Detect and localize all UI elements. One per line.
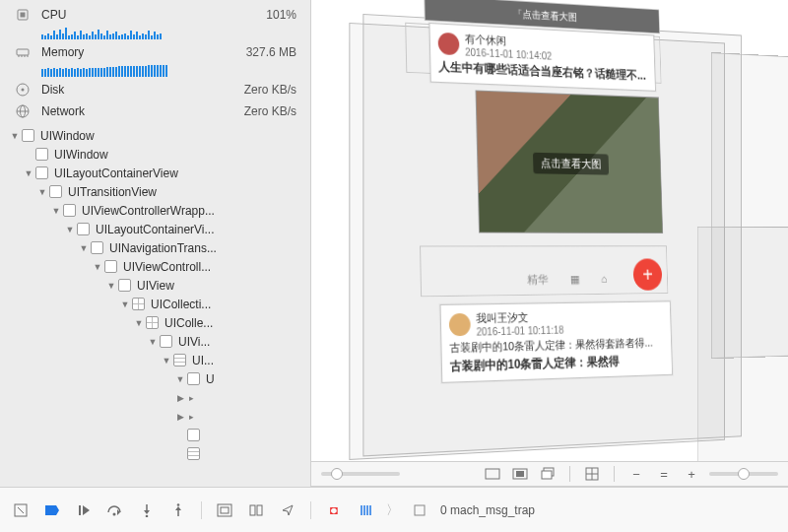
tree-label: UILayoutContainerView [54,166,178,180]
disclosure-triangle-icon[interactable]: ▼ [93,262,102,272]
feed-post-2[interactable]: 我叫王汐文 2016-11-01 10:11:18 古装剧中的10条雷人定律：果… [440,300,674,383]
grid-icon[interactable]: ▦ [569,272,579,285]
tree-row[interactable]: ▼UIViewControllerWrapp... [4,201,310,220]
metric-memory[interactable]: Memory 327.6 MB [0,41,310,63]
disclosure-triangle-icon[interactable]: ▼ [106,281,116,291]
svg-marker-36 [283,505,293,515]
tree-row[interactable] [4,426,310,444]
tree-row[interactable]: ▼UI... [4,351,310,369]
layer-spacing-slider[interactable] [321,472,400,476]
step-in-button[interactable] [136,499,158,521]
mode-2d-button[interactable] [483,465,502,483]
hide-debug-button[interactable] [10,499,32,521]
view-type-icon [187,372,200,385]
tree-row[interactable]: ▼UINavigationTrans... [4,238,310,257]
debug-toolbar: ◘ 〉 0 mach_msg_trap [0,487,788,532]
tree-row[interactable]: ▼U [4,369,310,388]
avatar [449,313,471,336]
post-time: 2016-11-01 10:11:18 [477,324,564,337]
frame-icon[interactable] [409,499,430,521]
disclosure-triangle-icon[interactable]: ▼ [148,337,158,347]
view-type-icon [77,223,90,235]
cpu-icon [14,6,32,24]
feed-post-1[interactable]: 有个休闲 2016-11-01 10:14:02 人生中有哪些话适合当座右铭？话… [428,23,655,92]
disclosure-triangle-icon[interactable]: ▼ [37,187,47,197]
home-icon[interactable]: ⌂ [601,273,607,285]
thread-icon[interactable] [355,499,376,521]
disclosure-triangle-icon[interactable]: ▼ [10,131,20,141]
view-type-icon [187,447,200,460]
svg-rect-35 [257,505,262,515]
svg-rect-1 [21,13,26,18]
disclosure-triangle-icon[interactable]: ▼ [120,299,130,309]
canvas-view-toolbar: − = + [311,461,788,487]
tree-label: UIVi... [178,335,210,349]
tree-row[interactable]: ▼UILayoutContainerView [4,164,310,182]
tree-row[interactable]: ▶▸ [4,388,310,407]
tree-row[interactable]: ▼UILayoutContainerVi... [4,220,310,238]
tree-row[interactable]: ▼UIView [4,276,310,295]
disclosure-triangle-icon[interactable]: ▶ [175,393,185,403]
range-slider[interactable] [709,472,778,476]
tab-joke[interactable]: 段子 [585,0,609,1]
divider [614,466,615,482]
disclosure-triangle-icon[interactable]: ▼ [162,356,171,366]
fab-add-button[interactable]: + [632,258,662,291]
metric-disk[interactable]: Disk Zero KB/s [0,79,310,100]
wireframe-layer [711,52,788,359]
view-type-icon [49,185,62,198]
svg-marker-21 [45,505,59,515]
tree-row[interactable]: UIWindow [4,145,310,164]
memory-graph-button[interactable] [245,499,267,521]
metric-label: Network [41,104,244,118]
mid-label[interactable]: 精华 [527,272,548,288]
step-out-button[interactable] [167,499,189,521]
svg-point-31 [177,503,180,506]
view-debug-canvas[interactable]: 全部 视频 声音 图片 段子 「点击查看大图 有个休闲 2016-11-01 1… [311,0,788,487]
svg-rect-33 [221,507,229,513]
tree-row[interactable] [4,444,310,463]
zoom-out-button[interactable]: − [626,465,646,483]
phone-preview[interactable]: 全部 视频 声音 图片 段子 「点击查看大图 有个休闲 2016-11-01 1… [411,0,669,431]
view-hierarchy-tree[interactable]: ▼UIWindowUIWindow▼UILayoutContainerView▼… [0,122,310,463]
tree-row[interactable]: ▼UITransitionView [4,182,310,201]
disclosure-triangle-icon[interactable]: ▼ [51,206,61,216]
svg-marker-30 [175,506,181,510]
thread-label[interactable]: 0 mach_msg_trap [440,503,535,517]
step-over-button[interactable] [104,499,126,521]
disclosure-triangle-icon[interactable]: ▼ [24,168,33,178]
svg-rect-32 [218,504,231,516]
tree-row[interactable]: ▼UIVi... [4,332,310,351]
app-icon[interactable]: ◘ [323,499,345,521]
disclosure-triangle-icon[interactable]: ▼ [134,318,144,328]
metric-cpu[interactable]: CPU 101% [0,4,310,26]
zoom-in-button[interactable]: + [682,465,701,483]
tree-row[interactable]: ▼UIViewControll... [4,257,310,276]
tree-row[interactable]: ▼UICollecti... [4,295,310,313]
tree-row[interactable]: ▶▸ [4,407,310,426]
mode-stack-button[interactable] [538,465,558,483]
mode-wire-button[interactable] [582,465,602,483]
tree-label: UINavigationTrans... [109,241,217,255]
tree-row[interactable]: ▼UIWindow [4,126,310,145]
metric-network[interactable]: Network Zero KB/s [0,100,310,122]
disclosure-triangle-icon[interactable]: ▶ [175,412,185,422]
svg-rect-22 [79,505,81,515]
tree-row[interactable]: ▼UIColle... [4,313,310,332]
toggle-breakpoints-button[interactable] [41,499,63,521]
disclosure-triangle-icon[interactable]: ▼ [175,374,185,384]
tree-label: UILayoutContainerVi... [96,223,215,236]
zoom-reset-button[interactable]: = [654,465,674,483]
continue-button[interactable] [73,499,95,521]
svg-rect-16 [542,471,552,479]
tree-label: UIColle... [164,316,213,330]
debug-view-button[interactable] [214,499,235,521]
view-type-icon [104,260,117,273]
tree-label: UIViewControll... [123,260,211,274]
feed-image[interactable]: 点击查看大图 [476,90,664,233]
location-button[interactable] [277,499,298,521]
disclosure-triangle-icon[interactable]: ▼ [79,243,89,253]
disclosure-triangle-icon[interactable]: ▼ [65,225,75,234]
post-bold-title: 古装剧中的10条雷人定律：果然得 [450,352,665,375]
mode-clipped-button[interactable] [510,465,530,483]
